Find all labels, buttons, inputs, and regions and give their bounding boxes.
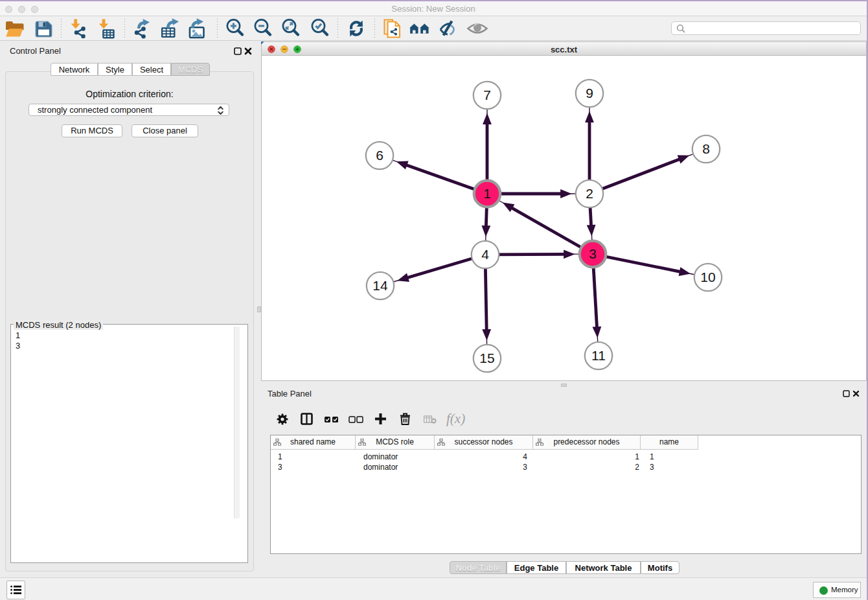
svg-text:15: 15	[479, 351, 494, 365]
svg-text:3: 3	[589, 246, 597, 261]
svg-text:11: 11	[591, 348, 606, 363]
svg-text:14: 14	[372, 278, 388, 293]
svg-text:1: 1	[483, 186, 491, 201]
svg-text:9: 9	[586, 86, 593, 100]
svg-text:7: 7	[483, 87, 491, 102]
svg-text:2: 2	[586, 186, 593, 201]
svg-text:6: 6	[376, 148, 383, 163]
svg-text:8: 8	[702, 141, 710, 156]
svg-text:4: 4	[481, 247, 489, 262]
svg-text:10: 10	[700, 270, 715, 284]
